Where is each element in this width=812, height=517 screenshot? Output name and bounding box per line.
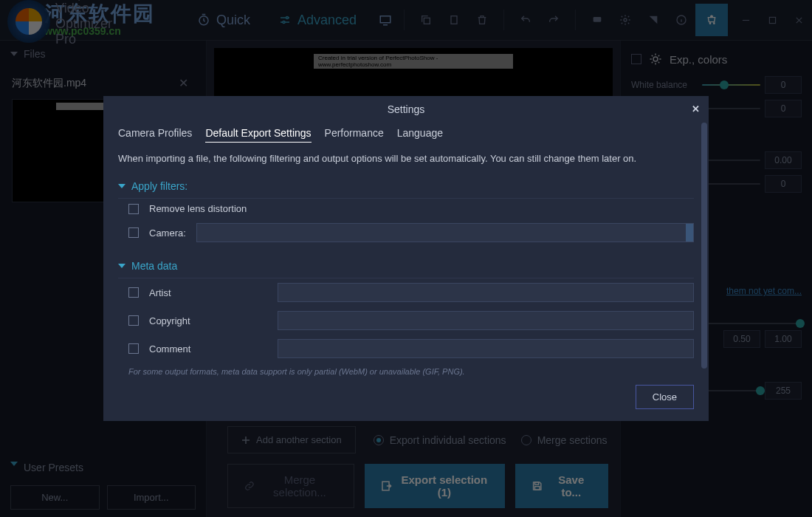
checkbox-comment[interactable] (128, 343, 139, 354)
row-artist: Artist (118, 278, 694, 307)
artist-input[interactable] (278, 283, 694, 302)
meta-note: For some output formats, meta data suppo… (118, 363, 694, 377)
modal-title-bar: Settings ✕ (103, 96, 709, 123)
modal-close-button[interactable]: Close (636, 385, 694, 409)
group-meta-label: Meta data (131, 260, 177, 272)
row-copyright: Copyright (118, 307, 694, 335)
chevron-down-icon (118, 184, 125, 188)
camera-dropdown[interactable] (196, 223, 694, 242)
copyright-input[interactable] (278, 311, 694, 330)
row-remove-lens: Remove lens distortion (118, 199, 694, 219)
settings-modal: Settings ✕ Camera Profiles Default Expor… (103, 96, 709, 421)
group-meta-data[interactable]: Meta data (118, 254, 694, 278)
modal-title: Settings (388, 103, 425, 115)
checkbox-artist[interactable] (128, 287, 139, 298)
camera-label: Camera: (149, 227, 186, 239)
chevron-down-icon (118, 264, 125, 268)
tab-default-export[interactable]: Default Export Settings (205, 127, 311, 143)
tab-performance[interactable]: Performance (325, 127, 384, 143)
comment-input[interactable] (278, 339, 694, 358)
checkbox-copyright[interactable] (128, 315, 139, 326)
comment-label: Comment (149, 343, 267, 355)
artist-label: Artist (149, 287, 267, 298)
modal-footer: Close (103, 377, 709, 421)
copyright-label: Copyright (149, 315, 267, 326)
tab-language[interactable]: Language (397, 127, 443, 143)
tab-camera-profiles[interactable]: Camera Profiles (118, 127, 192, 143)
modal-description: When importing a file, the following fil… (118, 153, 694, 164)
group-apply-filters[interactable]: Apply filters: (118, 174, 694, 199)
group-filters-label: Apply filters: (131, 180, 187, 192)
modal-body: When importing a file, the following fil… (103, 150, 709, 377)
modal-tabs: Camera Profiles Default Export Settings … (103, 123, 709, 150)
row-comment: Comment (118, 335, 694, 363)
modal-close-x[interactable]: ✕ (692, 103, 700, 114)
modal-scrollbar[interactable] (701, 123, 707, 396)
checkbox-camera[interactable] (128, 227, 139, 238)
checkbox-remove-lens[interactable] (128, 204, 139, 214)
remove-lens-label: Remove lens distortion (149, 203, 267, 214)
row-camera: Camera: (118, 219, 694, 247)
